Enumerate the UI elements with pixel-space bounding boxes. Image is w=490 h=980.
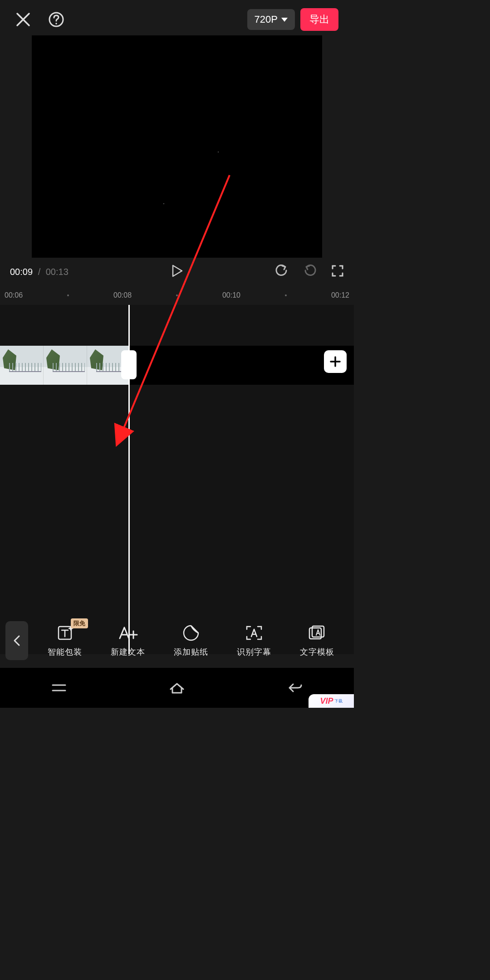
ruler-tick [67,294,69,296]
clip-track[interactable] [0,346,354,385]
playback-time: 00:09 / 00:13 [10,267,69,277]
ruler-mark: 00:08 [113,291,132,299]
video-clip[interactable] [0,346,128,385]
clip-thumbnail [0,346,44,385]
close-button[interactable] [15,12,31,27]
ruler-mark: 00:10 [222,291,240,299]
clip-thumbnail [44,346,87,385]
play-button[interactable] [170,264,184,279]
preview-speck-2 [163,203,164,204]
ruler-mark: 00:12 [331,291,349,299]
watermark: VIP 下载 [309,694,354,708]
nav-home-button[interactable] [150,681,204,695]
sticker-icon [182,624,200,642]
chevron-down-icon [281,18,288,22]
timeline-ruler[interactable]: 00:06 00:08 00:10 00:12 [0,286,354,305]
tool-label: 添加贴纸 [174,647,208,657]
caption-detect-icon [245,624,263,642]
help-button[interactable] [48,11,64,28]
current-time: 00:09 [10,267,33,277]
tool-add-sticker[interactable]: 添加贴纸 [169,624,213,657]
preview-speck-1 [218,152,219,152]
fullscreen-button[interactable] [331,265,344,279]
watermark-brand: VIP [320,696,333,706]
tool-smart-package[interactable]: 限免 智能包装 [43,624,87,657]
text-add-icon [118,624,138,642]
undo-button[interactable] [275,264,289,279]
free-badge: 限免 [71,618,88,628]
export-label: 导出 [309,14,329,25]
tool-label: 识别字幕 [237,647,271,657]
system-navbar [0,668,354,708]
resolution-label: 720P [255,14,278,25]
svg-point-1 [55,23,57,24]
toolbar-back-button[interactable] [5,621,28,660]
duration-time: 00:13 [46,267,69,277]
redo-button[interactable] [303,264,317,279]
nav-back-button[interactable] [268,681,322,694]
tool-label: 文字模板 [300,647,334,657]
ruler-tick [176,294,178,296]
add-clip-button[interactable] [324,350,347,373]
nav-menu-button[interactable] [32,682,86,693]
playhead-handle[interactable] [121,350,137,379]
text-template-icon [308,624,326,642]
tool-label: 智能包装 [48,647,82,657]
ruler-mark: 00:06 [5,291,23,299]
ruler-tick [285,294,287,296]
tool-new-text[interactable]: 新建文本 [106,624,150,657]
tool-detect-caption[interactable]: 识别字幕 [232,624,276,657]
watermark-tag: 下载 [334,698,343,704]
video-preview[interactable] [32,35,322,258]
tool-label: 新建文本 [111,647,145,657]
export-button[interactable]: 导出 [300,8,338,31]
timeline[interactable] [0,305,354,654]
time-separator: / [38,267,41,277]
tool-text-template[interactable]: 文字模板 [295,624,339,657]
resolution-selector[interactable]: 720P [247,9,295,30]
